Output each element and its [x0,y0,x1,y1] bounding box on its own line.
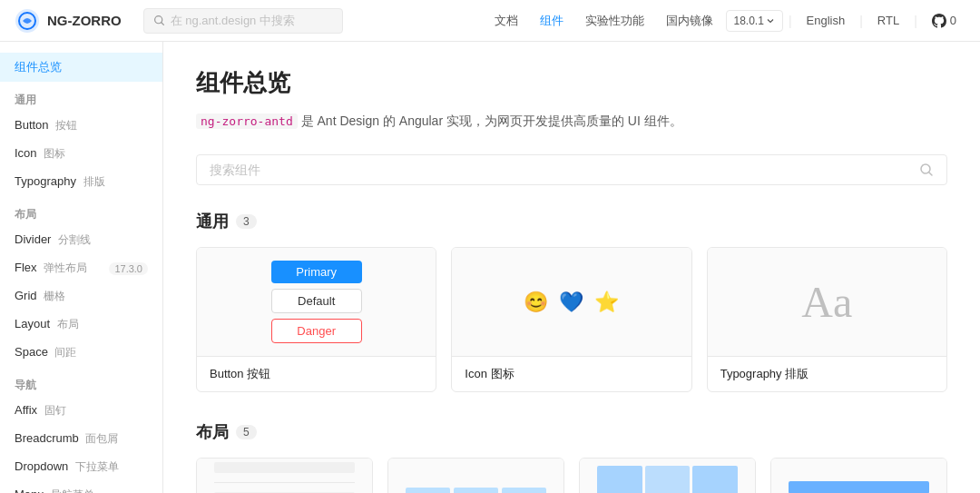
card-typography-preview: Aa [708,248,946,357]
card-divider[interactable]: Divider 分割线 [196,458,373,493]
icon-smile: 😊 [524,291,548,314]
header-search[interactable]: 在 ng.ant.design 中搜索 [143,8,343,34]
section-layout-header: 布局 5 [196,421,947,443]
grid-preview-container [597,466,737,493]
sidebar-item-button[interactable]: Button 按钮 [0,112,162,140]
sidebar-item-layout[interactable]: Layout 布局 [0,311,162,339]
icon-heart: 💙 [559,291,583,314]
header-nav: 文档 组件 实验性功能 国内镜像 18.0.1 | English | RTL … [485,9,966,33]
flex-preview-container [406,488,545,493]
icon-star: ⭐ [594,291,619,314]
sidebar-group-layout: 布局 [0,196,162,226]
github-count: 0 [950,14,956,27]
version-selector[interactable]: 18.0.1 [726,10,783,32]
nav-experimental[interactable]: 实验性功能 [576,9,653,33]
sidebar-item-typography[interactable]: Typography 排版 [0,168,162,196]
sidebar-item-space[interactable]: Space 间距 [0,339,162,367]
icon-preview-container: 😊 💙 ⭐ [524,291,619,314]
typography-preview-text: Aa [801,277,852,327]
sidebar-item-menu[interactable]: Menu 导航菜单 [0,481,162,493]
github-icon [932,14,946,28]
typography-preview-container: Aa [708,248,946,356]
sidebar-item-overview[interactable]: 组件总览 [0,53,162,82]
card-divider-preview [197,458,372,493]
code-package: ng-zorro-antd [196,113,298,129]
sidebar: 组件总览 通用 Button 按钮 Icon 图标 Typography 排版 … [0,42,163,493]
chevron-down-icon [766,16,775,25]
section-layout-count: 5 [236,425,257,439]
nav-docs[interactable]: 文档 [485,9,527,33]
nav-components[interactable]: 组件 [531,9,573,33]
page-desc: ng-zorro-antd 是 Ant Design 的 Angular 实现，… [196,110,947,133]
sidebar-item-flex[interactable]: Flex 弹性布局 17.3.0 [0,254,162,282]
card-button-title: Button 按钮 [197,357,436,391]
github-button[interactable]: 0 [923,10,965,32]
sidebar-group-nav: 导航 [0,367,162,397]
card-icon[interactable]: 😊 💙 ⭐ Icon 图标 [451,247,691,392]
card-typography-title: Typography 排版 [708,357,946,391]
btn-preview-danger: Danger [271,319,362,343]
component-search[interactable] [196,154,947,185]
lang-button[interactable]: English [798,10,855,31]
sidebar-item-divider[interactable]: Divider 分割线 [0,226,162,254]
card-icon-preview: 😊 💙 ⭐ [452,248,691,357]
sidebar-item-dropdown[interactable]: Dropdown 下拉菜单 [0,453,162,481]
general-cards-grid: Primary Default Danger Button 按钮 😊 💙 ⭐ I [196,247,947,392]
sidebar-item-affix[interactable]: Affix 固钉 [0,397,162,425]
logo-icon [15,8,40,34]
flex-badge: 17.3.0 [109,262,148,275]
sidebar-group-general: 通用 [0,82,162,112]
section-general-count: 3 [236,214,257,229]
btn-preview-primary: Primary [271,261,362,283]
section-general-title: 通用 [196,211,229,232]
button-preview-container: Primary Default Danger [271,261,362,343]
card-flex[interactable]: Flex 弹性布局 [387,458,564,493]
component-search-input[interactable] [210,163,912,177]
main-content: 组件总览 ng-zorro-antd 是 Ant Design 的 Angula… [163,42,980,493]
logo-text: NG-ZORRO [47,13,122,28]
card-flex-preview [388,458,564,493]
sidebar-item-grid[interactable]: Grid 栅格 [0,282,162,311]
card-layout-preview [771,458,946,493]
card-button[interactable]: Primary Default Danger Button 按钮 [196,247,436,392]
page-title: 组件总览 [196,67,947,99]
nav-domestic[interactable]: 国内镜像 [657,9,722,33]
card-grid-preview [580,458,755,493]
page-layout: 组件总览 通用 Button 按钮 Icon 图标 Typography 排版 … [0,42,980,493]
section-layout-title: 布局 [196,421,229,443]
sidebar-item-icon[interactable]: Icon 图标 [0,140,162,168]
search-placeholder-text: 在 ng.ant.design 中搜索 [171,13,295,29]
card-grid[interactable]: Grid 栅格 [579,458,756,493]
search-icon [153,15,165,26]
layout-cards-grid: Divider 分割线 [196,458,947,493]
divider-preview-container [214,462,354,493]
btn-preview-default: Default [271,289,362,313]
sidebar-item-breadcrumb[interactable]: Breadcrumb 面包屑 [0,425,162,453]
card-layout[interactable]: Layout 布局 [770,458,947,493]
section-general-header: 通用 3 [196,211,947,232]
search-icon [919,163,934,177]
rtl-button[interactable]: RTL [868,10,908,31]
logo[interactable]: NG-ZORRO [15,8,122,34]
header: NG-ZORRO 在 ng.ant.design 中搜索 文档 组件 实验性功能… [0,0,980,42]
card-button-preview: Primary Default Danger [197,248,436,357]
layout-preview-container [789,481,928,493]
card-icon-title: Icon 图标 [452,357,691,391]
card-typography[interactable]: Aa Typography 排版 [707,247,947,392]
